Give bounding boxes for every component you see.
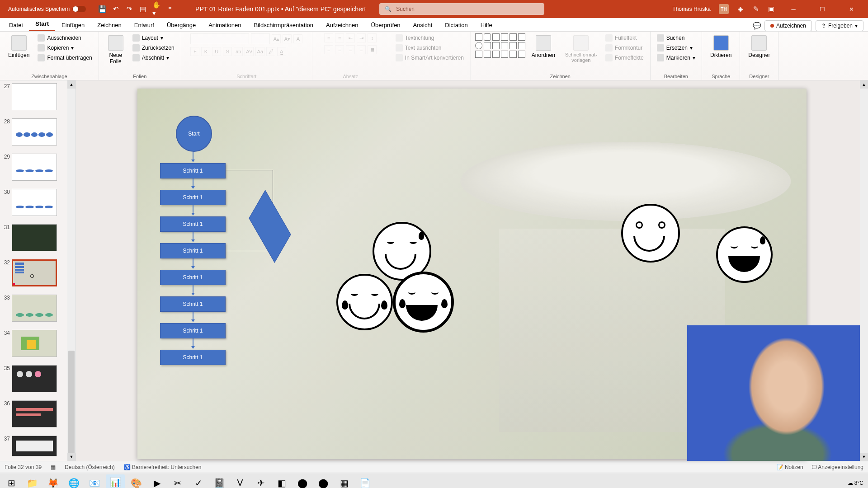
thumb-scroll-track[interactable]	[67, 89, 75, 453]
step-8[interactable]: Schritt 1	[160, 350, 226, 365]
todoist-icon[interactable]: ✓	[189, 474, 208, 488]
justify-button[interactable]: ≡	[357, 45, 366, 54]
font-size-input[interactable]	[251, 33, 270, 44]
paint-icon[interactable]: 🎨	[127, 474, 146, 488]
connector-8[interactable]	[193, 338, 193, 348]
tab-zeichnen[interactable]: Zeichnen	[91, 19, 127, 31]
visio-icon[interactable]: V	[231, 474, 250, 488]
text-direction-button[interactable]: Textrichtung	[394, 33, 466, 42]
font-color-button[interactable]: A̲	[277, 47, 286, 56]
thumb-29[interactable]	[12, 154, 57, 181]
thumb-31[interactable]	[12, 224, 57, 251]
shape-curve[interactable]	[475, 51, 482, 58]
step-3[interactable]: Schritt 1	[160, 216, 226, 232]
select-button[interactable]: Markieren▾	[655, 53, 697, 62]
layout-button[interactable]: Layout▾	[131, 33, 176, 42]
replace-button[interactable]: Ersetzen▾	[655, 43, 697, 52]
thumb-scroll-up[interactable]: ▲	[67, 80, 75, 89]
step-2[interactable]: Schritt 1	[160, 190, 226, 205]
columns-button[interactable]: ≣	[368, 45, 377, 54]
app-icon-3[interactable]: 📄	[355, 474, 374, 488]
freigeben-button[interactable]: ⇪Freigeben▾	[816, 20, 863, 31]
qat-more-icon[interactable]: ⁼	[166, 5, 174, 13]
file-explorer-icon[interactable]: 📁	[23, 474, 42, 488]
firefox-icon[interactable]: 🦊	[43, 474, 62, 488]
bold-button[interactable]: F	[190, 47, 199, 56]
obs-icon[interactable]: ⬤	[293, 474, 312, 488]
notes-button[interactable]: 📝 Notizen	[777, 464, 803, 470]
autosave-switch[interactable]	[72, 6, 86, 12]
tab-start[interactable]: Start	[29, 18, 55, 31]
highlight-button[interactable]: 🖊	[266, 47, 275, 56]
paste-button[interactable]: Einfügen	[5, 33, 33, 60]
clear-format-button[interactable]: A	[293, 34, 302, 43]
undo-icon[interactable]: ↶	[112, 5, 119, 13]
tab-entwurf[interactable]: Entwurf	[128, 19, 160, 31]
shape-brace[interactable]	[501, 51, 508, 58]
thumb-33[interactable]	[12, 295, 57, 322]
fill-button[interactable]: Fülleffekt	[604, 33, 646, 42]
user-initials[interactable]: TH	[719, 4, 729, 14]
line-spacing-button[interactable]: ↕	[368, 33, 377, 42]
shape-conn2[interactable]	[492, 51, 500, 58]
tab-ubergange[interactable]: Übergänge	[160, 19, 202, 31]
font-family-input[interactable]	[190, 33, 249, 44]
tab-bildschirm[interactable]: Bildschirmpräsentation	[247, 19, 320, 31]
decrease-font-button[interactable]: A▾	[283, 34, 292, 43]
autosave-toggle[interactable]: Automatisches Speichern	[4, 6, 90, 12]
comments-icon[interactable]: 💬	[754, 22, 761, 29]
chrome-icon[interactable]: 🌐	[64, 474, 83, 488]
shape-line2[interactable]	[509, 33, 517, 41]
close-button[interactable]: ✕	[841, 0, 862, 18]
touch-icon[interactable]: ✋▾	[153, 5, 160, 13]
diamond-icon[interactable]: ◈	[737, 5, 744, 13]
shape-hex[interactable]	[501, 42, 508, 49]
step-6[interactable]: Schritt 1	[160, 296, 226, 312]
new-slide-button[interactable]: Neue Folie	[104, 33, 128, 66]
thumb-27[interactable]	[12, 83, 57, 110]
step-5[interactable]: Schritt 1	[160, 270, 226, 285]
italic-button[interactable]: K	[201, 47, 210, 56]
indent-button[interactable]: ⇥	[357, 33, 366, 42]
shape-arrow[interactable]	[492, 42, 500, 49]
app-icon-1[interactable]: ◧	[272, 474, 291, 488]
emoji-laugh-cry-2[interactable]	[393, 272, 454, 333]
shape-tri[interactable]	[484, 42, 491, 49]
shape-more2[interactable]	[518, 51, 525, 58]
tab-dictation[interactable]: Dictation	[439, 19, 474, 31]
canvas-scroll-down[interactable]: ▼	[860, 453, 868, 461]
accessibility-checker[interactable]: ♿ Barrierefreiheit: Untersuchen	[124, 464, 202, 470]
shape-star[interactable]	[509, 42, 517, 49]
thumb-scroll-down[interactable]: ▼	[67, 453, 75, 461]
step-4[interactable]: Schritt 1	[160, 243, 226, 258]
canvas-scrollbar[interactable]: ▲ ▼	[860, 80, 868, 461]
numbering-button[interactable]: ≡	[335, 33, 344, 42]
vlc-icon[interactable]: ▶	[147, 474, 166, 488]
onenote-icon[interactable]: 📓	[210, 474, 229, 488]
snipping-icon[interactable]: ✂	[168, 474, 187, 488]
increase-font-button[interactable]: A▴	[272, 34, 281, 43]
effects-button[interactable]: Formeffekte	[604, 53, 646, 62]
tab-einfuegen[interactable]: Einfügen	[55, 19, 91, 31]
redo-icon[interactable]: ↷	[126, 5, 133, 13]
find-button[interactable]: Suchen	[655, 33, 697, 42]
thumb-scroll-thumb[interactable]	[68, 351, 75, 461]
outlook-icon[interactable]: 📧	[85, 474, 104, 488]
tab-aufzeichnen[interactable]: Aufzeichnen	[320, 19, 365, 31]
outdent-button[interactable]: ⇤	[346, 33, 355, 42]
aufzeichnen-button[interactable]: Aufzeichnen	[764, 20, 812, 31]
display-settings-button[interactable]: 🖵 Anzeigeeinstellung	[811, 464, 863, 470]
shape-rrect[interactable]	[484, 33, 491, 41]
user-name[interactable]: Thomas Hruska	[672, 6, 711, 12]
thumb-28[interactable]	[12, 118, 57, 145]
shape-rect[interactable]	[475, 33, 482, 41]
step-1[interactable]: Schritt 1	[160, 163, 226, 178]
emoji-smile-big[interactable]	[621, 204, 680, 263]
slide-counter[interactable]: Folie 32 von 39	[5, 464, 42, 470]
quick-styles-button[interactable]: Schnellformat- vorlagen	[561, 33, 601, 65]
telegram-icon[interactable]: ✈	[251, 474, 270, 488]
align-center-button[interactable]: ≡	[335, 45, 344, 54]
shadow-button[interactable]: ab	[234, 47, 243, 56]
tab-animationen[interactable]: Animationen	[202, 19, 247, 31]
thumb-30[interactable]	[12, 189, 57, 216]
